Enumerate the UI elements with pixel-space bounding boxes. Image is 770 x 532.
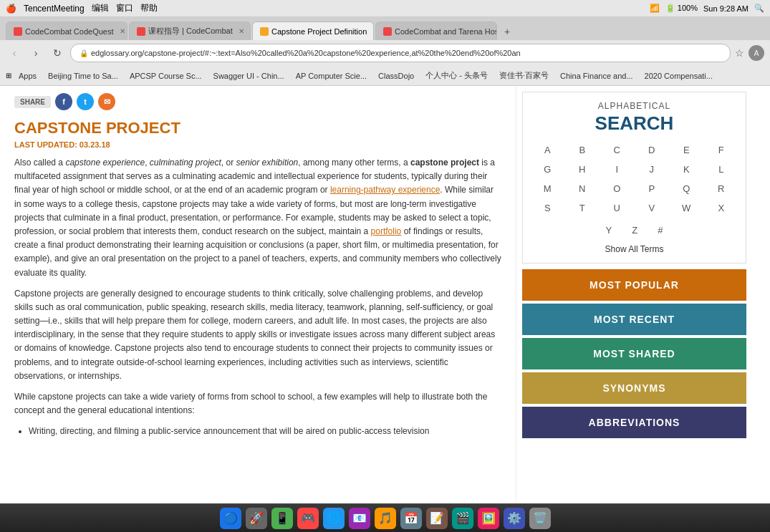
- bookmark-beijing-time[interactable]: Beijing Time to Sa...: [44, 70, 122, 82]
- paragraph-1: Also called a capstone experience, culmi…: [14, 156, 501, 280]
- letter-a[interactable]: A: [531, 142, 564, 158]
- letter-d[interactable]: D: [636, 142, 668, 158]
- letter-n[interactable]: N: [567, 180, 599, 197]
- apple-logo[interactable]: 🍎: [6, 4, 16, 14]
- tab-codecombat-course[interactable]: 课程指导 | CodeCombat ✕: [129, 21, 251, 40]
- most-shared-button[interactable]: MOST SHARED: [522, 338, 746, 369]
- new-tab-button[interactable]: +: [499, 23, 516, 40]
- alpha-search-subtitle: ALPHABETICAL: [531, 101, 737, 111]
- tab-favicon-3: [260, 27, 269, 36]
- tab-label-2: 课程指导 | CodeCombat: [148, 26, 233, 37]
- back-button[interactable]: ‹: [6, 44, 23, 62]
- dock-app10-icon[interactable]: 🎬: [452, 508, 473, 529]
- apps-grid-icon: ⊞: [6, 72, 11, 79]
- tab-close-2[interactable]: ✕: [239, 27, 244, 35]
- dock-bar: 🔵 🚀 📱 🎮 🌐 📧 🎵 📅 📝 🎬 🖼️ ⚙️ 🗑️: [0, 503, 770, 532]
- letter-l[interactable]: L: [706, 161, 738, 178]
- menu-edit[interactable]: 编辑: [92, 2, 109, 14]
- letter-q[interactable]: Q: [670, 180, 703, 197]
- bookmark-classdojo[interactable]: ClassDojo: [374, 70, 418, 82]
- tab-codecombat-tarena[interactable]: CodeCombat and Tarena Host... ✕: [375, 21, 497, 40]
- rss-icon[interactable]: ✉: [98, 93, 115, 110]
- tab-codecombat-quest[interactable]: CodeCombat CodeQuest ✕: [6, 21, 127, 40]
- dock-app11-icon[interactable]: 🖼️: [478, 508, 499, 529]
- most-popular-button[interactable]: MOST POPULAR: [522, 269, 746, 301]
- examples-list: Writing, directing, and filming a public…: [29, 425, 501, 438]
- letter-j[interactable]: J: [636, 161, 668, 178]
- letter-y[interactable]: Y: [603, 222, 615, 238]
- tab-label-3: Capstone Project Definition: [271, 27, 367, 36]
- tab-label-4: CodeCombat and Tarena Host...: [395, 27, 497, 36]
- tab-capstone[interactable]: Capstone Project Definition ✕: [252, 21, 374, 40]
- dock-trash-icon[interactable]: 🗑️: [529, 508, 551, 529]
- most-recent-button[interactable]: MOST RECENT: [522, 304, 746, 335]
- dock-app9-icon[interactable]: 📝: [426, 508, 448, 529]
- tab-close-3[interactable]: ✕: [372, 27, 374, 35]
- dock-app3-icon[interactable]: 📱: [271, 508, 293, 529]
- dock-app4-icon[interactable]: 🎮: [297, 508, 319, 529]
- dock-app12-icon[interactable]: ⚙️: [504, 508, 525, 529]
- bookmark-2020-comp[interactable]: 2020 Compensati...: [640, 70, 717, 82]
- bookmark-apps[interactable]: Apps: [14, 70, 41, 82]
- tab-favicon-1: [14, 27, 22, 36]
- letter-b[interactable]: B: [567, 142, 599, 158]
- portfolio-link[interactable]: portfolio: [371, 226, 402, 236]
- lock-icon: 🔒: [80, 49, 88, 57]
- account-avatar[interactable]: A: [749, 45, 764, 61]
- bookmark-zijia[interactable]: 资佳书·百家号: [495, 69, 553, 82]
- letter-t[interactable]: T: [567, 200, 599, 216]
- letter-v[interactable]: V: [636, 200, 668, 216]
- main-content: SHARE f t ✉ CAPSTONE PROJECT LAST UPDATE…: [0, 86, 770, 503]
- bookmarks-bar: ⊞ Apps Beijing Time to Sa... APCSP Cours…: [0, 66, 770, 86]
- paragraph-2: Capstone projects are generally designed…: [14, 287, 501, 383]
- letter-hash[interactable]: #: [655, 222, 665, 238]
- list-item-1: Writing, directing, and filming a public…: [29, 425, 501, 438]
- refresh-button[interactable]: ↻: [49, 44, 66, 62]
- bookmark-china-finance[interactable]: China Finance and...: [556, 70, 637, 82]
- letter-z[interactable]: Z: [629, 222, 640, 238]
- letter-i[interactable]: I: [601, 161, 633, 178]
- alpha-grid: A B C D E F G H I J K L M N O P Q R S T: [531, 142, 737, 216]
- letter-p[interactable]: P: [636, 180, 668, 197]
- dock-app7-icon[interactable]: 🎵: [375, 508, 396, 529]
- letter-m[interactable]: M: [531, 180, 564, 197]
- bookmark-ap-computer[interactable]: AP Computer Scie...: [292, 70, 371, 82]
- bookmark-apcsp[interactable]: APCSP Course Sc...: [125, 70, 206, 82]
- clock: Sun 9:28 AM: [703, 4, 749, 13]
- letter-r[interactable]: R: [706, 180, 738, 197]
- letter-x[interactable]: X: [706, 200, 738, 216]
- share-bar: SHARE f t ✉: [14, 93, 501, 110]
- dock-app6-icon[interactable]: 📧: [349, 508, 370, 529]
- letter-h[interactable]: H: [567, 161, 599, 178]
- bookmark-swagger[interactable]: Swagger UI - Chin...: [209, 70, 289, 82]
- letter-w[interactable]: W: [670, 200, 703, 216]
- dock-finder-icon[interactable]: 🔵: [220, 508, 241, 529]
- dock-app8-icon[interactable]: 📅: [400, 508, 422, 529]
- dock-launchpad-icon[interactable]: 🚀: [246, 508, 267, 529]
- show-all-terms[interactable]: Show All Terms: [531, 244, 737, 254]
- address-bar[interactable]: 🔒 edglossary.org/capstone-project/#:~:te…: [70, 44, 731, 62]
- letter-g[interactable]: G: [531, 161, 564, 178]
- letter-s[interactable]: S: [531, 200, 564, 216]
- bookmark-personal[interactable]: 个人中心 - 头条号: [421, 69, 492, 82]
- tab-close-1[interactable]: ✕: [120, 27, 125, 35]
- letter-e[interactable]: E: [670, 142, 703, 158]
- forward-button[interactable]: ›: [27, 44, 44, 62]
- letter-o[interactable]: O: [601, 180, 633, 197]
- facebook-icon[interactable]: f: [55, 93, 72, 110]
- menu-help[interactable]: 帮助: [140, 2, 158, 14]
- letter-k[interactable]: K: [670, 161, 703, 178]
- learning-pathway-link[interactable]: learning-pathway experience: [330, 185, 440, 195]
- synonyms-button[interactable]: SYNONYMS: [522, 372, 746, 404]
- search-icon[interactable]: 🔍: [754, 4, 764, 13]
- letter-f[interactable]: F: [706, 142, 738, 158]
- article-body: Also called a capstone experience, culmi…: [14, 156, 501, 439]
- article-title: CAPSTONE PROJECT: [14, 119, 501, 137]
- letter-u[interactable]: U: [601, 200, 633, 216]
- twitter-icon[interactable]: t: [77, 93, 94, 110]
- letter-c[interactable]: C: [601, 142, 633, 158]
- bookmark-star-icon[interactable]: ☆: [735, 47, 744, 59]
- dock-app5-icon[interactable]: 🌐: [323, 508, 345, 529]
- abbreviations-button[interactable]: ABBREVIATIONS: [522, 407, 746, 438]
- menu-window[interactable]: 窗口: [116, 2, 133, 14]
